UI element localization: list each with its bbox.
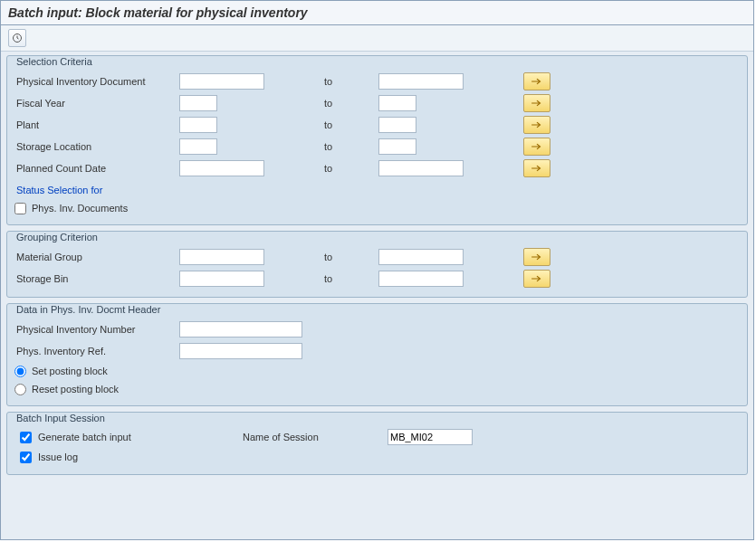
plant-multi-button[interactable] — [523, 116, 550, 134]
phys-inv-doc-to[interactable] — [378, 73, 464, 90]
generate-batch-input-checkbox[interactable] — [20, 432, 32, 443]
material-group-from[interactable] — [179, 249, 264, 265]
content-area: Selection Criteria Physical Inventory Do… — [1, 52, 753, 539]
phys-inv-number-input[interactable] — [179, 321, 302, 338]
phys-inv-ref-input[interactable] — [179, 343, 302, 359]
application-toolbar — [1, 25, 753, 52]
phys-inv-doc-label: Physical Inventory Document — [13, 76, 179, 87]
batch-input-session-group: Batch Input Session Generate batch input… — [6, 412, 748, 475]
header-legend: Data in Phys. Inv. Docmt Header — [9, 304, 167, 315]
clock-execute-icon — [12, 33, 23, 43]
grouping-legend: Grouping Criterion — [9, 232, 105, 242]
phys-inv-documents-label: Phys. Inv. Documents — [32, 203, 128, 214]
header-data-group: Data in Phys. Inv. Docmt Header Physical… — [6, 303, 748, 406]
phys-inv-number-row: Physical Inventory Number — [13, 319, 742, 340]
set-posting-block-radio[interactable] — [14, 366, 26, 377]
session-name-input[interactable] — [388, 429, 473, 445]
fiscal-year-from[interactable] — [179, 95, 217, 111]
arrow-right-icon — [531, 164, 543, 173]
status-selection-link[interactable]: Status Selection for — [13, 179, 742, 199]
planned-date-from[interactable] — [179, 160, 264, 176]
fiscal-year-label: Fiscal Year — [13, 98, 179, 109]
material-group-to[interactable] — [378, 249, 464, 265]
execute-button[interactable] — [8, 29, 26, 47]
phys-inv-ref-row: Phys. Inventory Ref. — [13, 340, 742, 362]
storage-bin-from[interactable] — [179, 271, 264, 287]
storage-loc-label: Storage Location — [13, 141, 179, 152]
issue-log-checkbox[interactable] — [20, 452, 32, 463]
generate-batch-input-label: Generate batch input — [38, 432, 131, 442]
fiscal-year-multi-button[interactable] — [523, 94, 550, 112]
session-name-label: Name of Session — [243, 432, 388, 442]
phys-inv-ref-label: Phys. Inventory Ref. — [13, 346, 179, 357]
planned-date-multi-button[interactable] — [523, 159, 550, 177]
to-label: to — [324, 119, 378, 130]
to-label: to — [324, 76, 378, 87]
phys-inv-doc-from[interactable] — [179, 73, 264, 90]
arrow-right-icon — [531, 77, 543, 86]
phys-inv-doc-row: Physical Inventory Document to — [13, 71, 742, 92]
storage-bin-row: Storage Bin to — [13, 268, 742, 290]
plant-label: Plant — [13, 119, 179, 130]
reset-posting-block-radio[interactable] — [14, 384, 26, 395]
fiscal-year-to[interactable] — [378, 95, 416, 111]
arrow-right-icon — [531, 99, 543, 108]
grouping-criterion-group: Grouping Criterion Material Group to Sto… — [6, 231, 748, 298]
material-group-row: Material Group to — [13, 246, 742, 268]
arrow-right-icon — [531, 274, 543, 283]
selection-criteria-group: Selection Criteria Physical Inventory Do… — [6, 55, 748, 225]
to-label: to — [324, 163, 378, 174]
plant-row: Plant to — [13, 114, 742, 136]
storage-bin-multi-button[interactable] — [523, 270, 550, 288]
material-group-multi-button[interactable] — [523, 248, 550, 266]
storage-bin-label: Storage Bin — [13, 273, 179, 284]
planned-date-to[interactable] — [378, 160, 464, 176]
to-label: to — [324, 141, 378, 152]
to-label: to — [324, 273, 378, 284]
storage-loc-row: Storage Location to — [13, 136, 742, 157]
to-label: to — [324, 98, 378, 109]
material-group-label: Material Group — [13, 252, 179, 262]
fiscal-year-row: Fiscal Year to — [13, 92, 742, 114]
storage-loc-to[interactable] — [378, 138, 416, 155]
plant-from[interactable] — [179, 117, 217, 133]
arrow-right-icon — [531, 142, 543, 151]
arrow-right-icon — [531, 120, 543, 129]
storage-bin-to[interactable] — [378, 271, 464, 287]
phys-inv-documents-checkbox[interactable] — [14, 203, 26, 214]
to-label: to — [324, 252, 378, 262]
session-legend: Batch Input Session — [9, 413, 112, 423]
set-posting-block-label: Set posting block — [32, 366, 108, 376]
planned-date-label: Planned Count Date — [13, 163, 179, 174]
planned-date-row: Planned Count Date to — [13, 157, 742, 179]
page-title: Batch input: Block material for physical… — [1, 1, 753, 25]
phys-inv-number-label: Physical Inventory Number — [13, 324, 179, 335]
storage-loc-from[interactable] — [179, 138, 217, 155]
reset-posting-block-label: Reset posting block — [32, 384, 119, 395]
selection-legend: Selection Criteria — [9, 56, 100, 67]
sap-window: Batch input: Block material for physical… — [0, 0, 754, 540]
plant-to[interactable] — [378, 117, 416, 133]
issue-log-label: Issue log — [38, 452, 78, 462]
phys-inv-doc-multi-button[interactable] — [523, 72, 550, 90]
arrow-right-icon — [531, 252, 543, 261]
storage-loc-multi-button[interactable] — [523, 138, 550, 156]
